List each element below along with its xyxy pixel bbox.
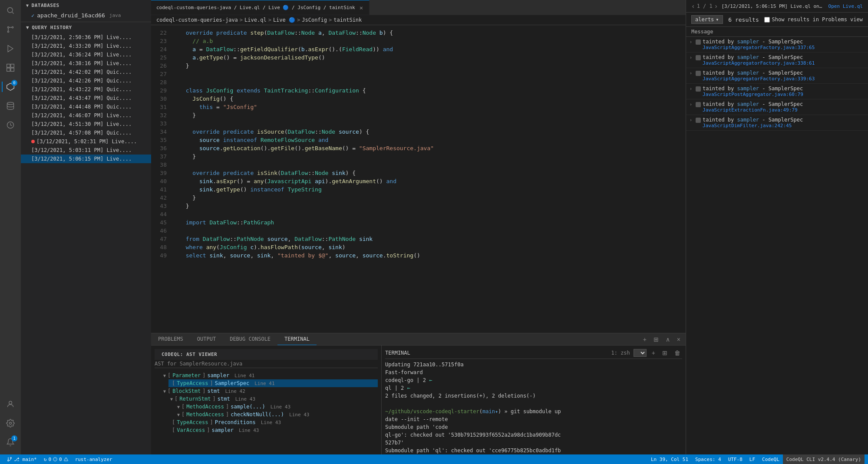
history-item-12[interactable]: [3/12/2021, 5:02:31 PM] Live.... bbox=[21, 137, 151, 146]
query-history-header[interactable]: ▼ QUERY HISTORY bbox=[21, 22, 151, 33]
history-item-6[interactable]: [3/12/2021, 4:43:22 PM] Quic.... bbox=[21, 85, 151, 94]
tab-terminal[interactable]: TERMINAL bbox=[277, 333, 317, 345]
breadcrumb-part-5[interactable]: taintSink bbox=[333, 17, 362, 23]
history-item-9[interactable]: [3/12/2021, 4:46:07 PM] Live.... bbox=[21, 111, 151, 120]
status-branch[interactable]: ⎇ main* bbox=[3, 454, 40, 464]
history-item-13[interactable]: [3/12/2021, 5:03:11 PM] Live.... bbox=[21, 146, 151, 155]
activity-settings[interactable] bbox=[2, 415, 19, 432]
result-file-2[interactable]: JavaScriptAggregatorFactory.java:339:63 bbox=[703, 76, 866, 82]
ast-item-typeaccess-preconditions[interactable]: [TypeAccess] Preconditions Line 43 bbox=[168, 418, 378, 426]
history-item-4[interactable]: [3/12/2021, 4:42:02 PM] Quic.... bbox=[21, 68, 151, 76]
result-row-0[interactable]: ›tainted by sampler - SamplerSpecJavaScr… bbox=[686, 37, 868, 53]
breadcrumb-sep-3: > bbox=[297, 17, 300, 23]
db-item-druid[interactable]: ✓ apache_druid_16acd66 java bbox=[21, 11, 151, 20]
ast-line-8: Line 43 bbox=[239, 428, 259, 433]
result-file-5[interactable]: JavaScriptDimFilter.java:242:45 bbox=[703, 123, 866, 128]
result-file-0[interactable]: JavaScriptAggregatorFactory.java:337:65 bbox=[703, 45, 866, 50]
activity-search[interactable] bbox=[2, 2, 19, 19]
panel-close-button[interactable]: × bbox=[675, 336, 682, 343]
status-spaces[interactable]: Spaces: 4 bbox=[692, 454, 725, 464]
status-encoding[interactable]: UTF-8 bbox=[725, 454, 746, 464]
ast-item-methodaccess-sample[interactable]: ▼ [MethodAccess] sample(...) Line 43 bbox=[175, 403, 378, 411]
panel-split-button[interactable]: ⊞ bbox=[652, 336, 660, 343]
tab-output[interactable]: OUTPUT bbox=[190, 333, 223, 345]
result-row-2[interactable]: ›tainted by sampler - SamplerSpecJavaScr… bbox=[686, 68, 868, 84]
ast-item-blockstmt[interactable]: ▼ [BlockStmt] stmt Line 42 bbox=[162, 387, 378, 395]
tab-close-button[interactable]: × bbox=[359, 4, 364, 11]
ast-line-5: Line 43 bbox=[271, 404, 290, 410]
terminal-split-button[interactable]: ⊞ bbox=[660, 349, 669, 356]
result-file-1[interactable]: JavaScriptAggregatorFactory.java:338:61 bbox=[703, 60, 866, 66]
status-sync[interactable]: ↻ 0 0 bbox=[40, 454, 72, 464]
status-line-col[interactable]: Ln 39, Col 51 bbox=[647, 454, 692, 464]
tab-debug-console[interactable]: DEBUG CONSOLE bbox=[223, 333, 277, 345]
result-expand-0[interactable]: › bbox=[688, 39, 694, 45]
ast-item-returnstmt[interactable]: ▼ [ReturnStmt] stmt Line 43 bbox=[168, 395, 378, 403]
terminal-select[interactable] bbox=[634, 349, 647, 357]
terminal-panel[interactable]: TERMINAL 1: zsh + ⊞ 🗑 Updating 721aa10..… bbox=[382, 346, 686, 454]
branch-name: ⎇ main* bbox=[14, 457, 37, 462]
result-file-3[interactable]: JavaScriptPostAggregator.java:60:79 bbox=[703, 92, 866, 97]
results-next-button[interactable]: › bbox=[714, 3, 718, 10]
activity-run[interactable] bbox=[2, 40, 19, 57]
history-item-2[interactable]: [3/12/2021, 4:36:24 PM] Live.... bbox=[21, 50, 151, 59]
status-eol[interactable]: LF bbox=[746, 454, 759, 464]
panel-minimize-button[interactable]: ∧ bbox=[664, 336, 672, 343]
ast-item-methodaccess-checknotnull[interactable]: ▼ [MethodAccess] checkNotNull(...) Line … bbox=[175, 411, 378, 418]
result-row-5[interactable]: ›tainted by sampler - SamplerSpecJavaScr… bbox=[686, 115, 868, 131]
history-item-1[interactable]: [3/12/2021, 4:33:20 PM] Live.... bbox=[21, 42, 151, 50]
breadcrumb-part-1[interactable]: codeql-custom-queries-java bbox=[156, 17, 238, 23]
result-expand-3[interactable]: › bbox=[688, 86, 694, 92]
result-expand-5[interactable]: › bbox=[688, 117, 694, 123]
history-item-10[interactable]: [3/12/2021, 4:51:30 PM] Live.... bbox=[21, 120, 151, 128]
result-row-3[interactable]: ›tainted by sampler - SamplerSpecJavaScr… bbox=[686, 84, 868, 99]
ast-item-typeaccess[interactable]: [TypeAccess] SamplerSpec Line 41 bbox=[168, 379, 378, 387]
result-expand-4[interactable]: › bbox=[688, 101, 694, 108]
status-errors: 0 bbox=[48, 457, 51, 462]
activity-notifications[interactable]: 1 bbox=[2, 434, 19, 451]
status-language[interactable]: rust-analyzer bbox=[72, 454, 116, 464]
ast-bracket-3: [ bbox=[172, 380, 175, 386]
databases-header[interactable]: ▼ DATABASES bbox=[21, 0, 151, 11]
history-item-14[interactable]: [3/12/2021, 5:06:15 PM] Live.... bbox=[21, 155, 151, 163]
breadcrumb-part-4[interactable]: JsConfig bbox=[302, 17, 327, 23]
result-expand-1[interactable]: › bbox=[688, 54, 694, 61]
ast-item-varaccess-sampler[interactable]: [VarAccess] sampler Line 43 bbox=[168, 426, 378, 434]
ast-item-parameter[interactable]: ▼ [Parameter] sampler Line 41 bbox=[162, 372, 378, 379]
alerts-dropdown[interactable]: alerts ▾ bbox=[691, 15, 723, 24]
terminal-header: TERMINAL 1: zsh + ⊞ 🗑 bbox=[385, 349, 682, 359]
breadcrumb-part-2[interactable]: Live.ql bbox=[244, 17, 267, 23]
encoding-text: UTF-8 bbox=[728, 457, 743, 462]
results-prev-button[interactable]: ‹ bbox=[691, 3, 695, 10]
history-item-0[interactable]: [3/12/2021, 2:50:36 PM] Live.... bbox=[21, 33, 151, 42]
history-item-8[interactable]: [3/12/2021, 4:44:48 PM] Quic.... bbox=[21, 102, 151, 111]
open-liveql-link[interactable]: Open Live.ql bbox=[828, 3, 863, 9]
ast-line-4: Line 43 bbox=[235, 396, 255, 402]
activity-database[interactable] bbox=[2, 97, 19, 115]
active-editor-tab[interactable]: codeql-custom-queries-java / Live.ql / L… bbox=[151, 0, 370, 15]
tab-problems[interactable]: PROBLEMS bbox=[151, 333, 190, 345]
activity-account[interactable] bbox=[2, 395, 19, 413]
svg-point-13 bbox=[9, 401, 12, 404]
panel-add-button[interactable]: + bbox=[641, 336, 648, 343]
terminal-trash-button[interactable]: 🗑 bbox=[673, 349, 682, 356]
activity-extensions[interactable] bbox=[2, 59, 19, 76]
terminal-add-button[interactable]: + bbox=[650, 349, 657, 356]
activity-codeql[interactable]: 0 bbox=[2, 78, 19, 95]
result-file-4[interactable]: JavaScriptExtractionFn.java:49:79 bbox=[703, 107, 866, 113]
history-item-3[interactable]: [3/12/2021, 4:38:16 PM] Live.... bbox=[21, 59, 151, 68]
result-main-0: tainted by sampler - SamplerSpec bbox=[703, 39, 866, 45]
history-item-7[interactable]: [3/12/2021, 4:43:47 PM] Quic.... bbox=[21, 94, 151, 102]
activity-source-control[interactable] bbox=[2, 21, 19, 38]
history-item-11[interactable]: [3/12/2021, 4:57:08 PM] Quic.... bbox=[21, 128, 151, 137]
ast-section-label: CODEQL: AST VIEWER bbox=[162, 352, 217, 357]
code-editor[interactable]: 2223242526 2728293031 3233343536 3738394… bbox=[151, 25, 686, 333]
history-item-5[interactable]: [3/12/2021, 4:42:26 PM] Quic.... bbox=[21, 76, 151, 85]
result-row-1[interactable]: ›tainted by sampler - SamplerSpecJavaScr… bbox=[686, 53, 868, 68]
activity-history[interactable] bbox=[2, 116, 19, 134]
result-expand-2[interactable]: › bbox=[688, 70, 694, 76]
show-problems-checkbox[interactable] bbox=[764, 17, 770, 23]
status-language-mode[interactable]: CodeQL bbox=[759, 454, 783, 464]
result-row-4[interactable]: ›tainted by sampler - SamplerSpecJavaScr… bbox=[686, 99, 868, 115]
breadcrumb-part-3[interactable]: Live 🔵 bbox=[273, 17, 295, 23]
